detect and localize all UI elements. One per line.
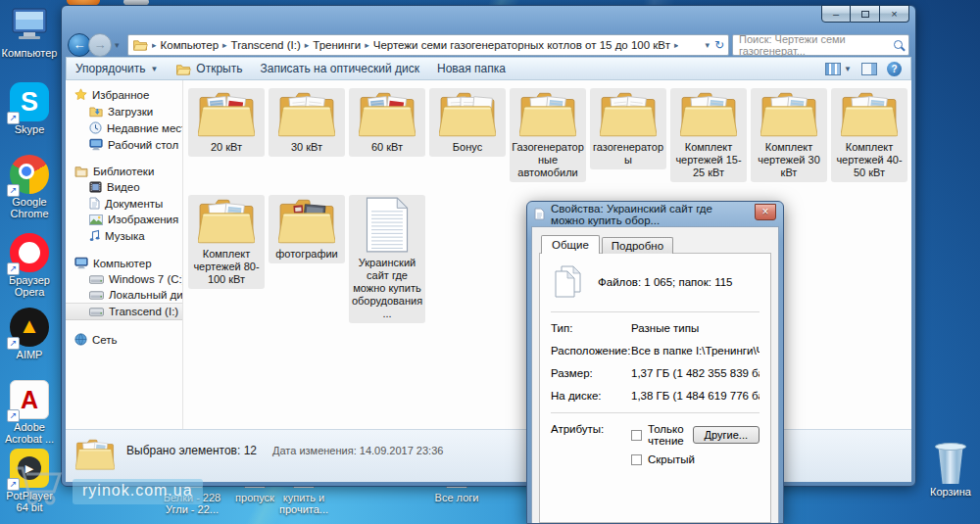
file-tile[interactable]: газогенераторы: [590, 88, 666, 169]
dialog-close-button[interactable]: ×: [755, 204, 776, 220]
sidebar-item-видео[interactable]: Видео: [66, 179, 182, 195]
shortcut-arrow-icon: ↗: [7, 337, 20, 350]
desktop-icon-aimp[interactable]: ▲↗AIMP: [1, 308, 58, 360]
preview-pane-icon[interactable]: [861, 63, 877, 75]
recent-icon: [89, 121, 102, 134]
sidebar-item-изображения[interactable]: Изображения: [66, 212, 182, 227]
sidebar-item-документы[interactable]: Документы: [66, 195, 182, 212]
separator: [551, 311, 760, 312]
modified-date: Дата изменения: 14.09.2017 23:36: [272, 438, 443, 456]
recycle-bin-label: Корзина: [919, 486, 980, 498]
desktop-item-label[interactable]: Все логи: [410, 492, 504, 503]
new-folder-button[interactable]: Новая папка: [428, 58, 514, 79]
folder-icon: [600, 90, 657, 141]
other-attributes-button[interactable]: Другие...: [693, 426, 760, 444]
file-tile[interactable]: 60 кВт: [349, 88, 425, 157]
open-button[interactable]: Открыть: [167, 58, 251, 79]
dialog-titlebar[interactable]: Свойства: Украинский сайт где можно купи…: [527, 202, 783, 226]
file-tile[interactable]: Комплект чертежей 40-50 кВт: [831, 88, 907, 182]
file-tile[interactable]: Газогенераторные автомобили: [510, 88, 586, 182]
desktop-icon-skype[interactable]: S↗Skype: [1, 82, 58, 135]
properties-rows: Тип:Разные типыРасположение:Все в папке …: [551, 322, 760, 402]
explorer-titlebar[interactable]: – ×: [62, 6, 915, 32]
search-icon: [894, 40, 903, 49]
recycle-bin-icon: [935, 443, 966, 451]
breadcrumb-separator-icon: ▸: [674, 40, 679, 50]
property-row: Расположение:Все в папке I:\Тренинги\Чер…: [551, 345, 760, 357]
sidebar-item-transcend-i-[interactable]: Transcend (I:): [66, 303, 182, 320]
selected-count: Выбрано элементов: 12: [126, 438, 257, 457]
folder-icon: [760, 90, 817, 141]
sidebar-group-star[interactable]: Избранное: [66, 86, 182, 103]
tab-general[interactable]: Общие: [541, 235, 600, 254]
file-tile[interactable]: Бонус: [429, 88, 506, 157]
address-dropdown-icon[interactable]: ▾: [705, 40, 710, 50]
attributes-label: Атрибуты:: [551, 423, 631, 472]
burn-button[interactable]: Записать на оптический диск: [251, 58, 428, 79]
separator: [551, 412, 760, 413]
general-tab-page: Файлов: 1 065; папок: 115 Тип:Разные тип…: [539, 253, 771, 523]
minimize-button[interactable]: –: [821, 5, 851, 23]
folder-icon: [841, 90, 898, 141]
acrobat-logo-icon: A↗: [10, 380, 49, 419]
music-icon: [89, 229, 100, 242]
pictures-icon: [89, 214, 103, 225]
desktop-icon-computer[interactable]: Компьютер: [1, 6, 58, 59]
checkbox-unchecked[interactable]: [631, 430, 642, 441]
sidebar-item-музыка[interactable]: Музыка: [66, 227, 182, 244]
window-controls: – ×: [821, 5, 909, 23]
property-row: На диске:1,38 ГБ (1 484 619 776 байт): [551, 390, 760, 402]
shortcut-arrow-icon: ↗: [7, 262, 20, 275]
file-tile[interactable]: 30 кВт: [269, 88, 345, 157]
organize-button[interactable]: Упорядочить▼: [67, 58, 167, 79]
history-dropdown-icon[interactable]: ▾: [115, 40, 124, 50]
breadcrumb-item[interactable]: Тренинги: [313, 39, 361, 51]
sidebar-item-windows-7-c-[interactable]: Windows 7 (C:): [66, 271, 182, 287]
breadcrumb-item[interactable]: Чертежи семи газогенераторных котлов от …: [373, 39, 670, 51]
desktop-icon-chrome[interactable]: ↗Google Chrome: [1, 155, 58, 219]
file-tile[interactable]: Комплект чертежей 30 кВт: [751, 88, 827, 182]
breadcrumb-separator-icon: ▸: [152, 40, 157, 50]
file-tile[interactable]: фотографии: [269, 195, 345, 263]
file-tile[interactable]: Комплект чертежей 80-100 кВт: [188, 195, 265, 289]
file-tile[interactable]: 20 кВт: [188, 88, 265, 157]
breadcrumb-item[interactable]: Transcend (I:): [231, 39, 301, 51]
sidebar-item-недавние-места[interactable]: Недавние места: [66, 119, 182, 136]
sidebar-item-загрузки[interactable]: Загрузки: [66, 103, 182, 119]
network-icon: [74, 333, 87, 346]
desktop-icon-acrobat[interactable]: A↗Adobe Acrobat ...: [1, 380, 58, 445]
tab-details[interactable]: Подробно: [602, 237, 673, 254]
chrome-logo-icon: ↗: [10, 155, 49, 194]
views-button[interactable]: ▼: [825, 63, 852, 75]
recycle-bin[interactable]: Корзина: [919, 443, 980, 498]
drive-icon: [89, 291, 104, 300]
sidebar-item-рабочий-стол[interactable]: Рабочий стол: [66, 136, 182, 153]
explorer-window: – × ← → ▾ ▸Компьютер▸Transcend (I:)▸Трен…: [61, 5, 916, 487]
desktop-icon-opera[interactable]: ↗Браузер Opera: [1, 233, 58, 298]
sidebar-group-libraries[interactable]: Библиотеки: [66, 164, 182, 179]
file-tile[interactable]: Украинский сайт где можно купить оборудо…: [349, 195, 425, 323]
sidebar-group-network[interactable]: Сеть: [66, 331, 182, 348]
close-button[interactable]: ×: [880, 5, 909, 23]
explorer-main: ИзбранноеЗагрузкиНедавние местаРабочий с…: [66, 80, 911, 429]
refresh-icon[interactable]: ↻: [714, 38, 724, 52]
navigation-pane: ИзбранноеЗагрузкиНедавние местаРабочий с…: [66, 80, 183, 429]
folder-icon: [439, 90, 496, 141]
address-bar[interactable]: ▸Компьютер▸Transcend (I:)▸Тренинги▸Черте…: [127, 34, 729, 56]
dialog-tabs: ОбщиеПодробно: [539, 234, 771, 253]
sidebar-group-computer[interactable]: Компьютер: [66, 255, 182, 271]
computer-icon: [74, 257, 88, 269]
site-watermark: ryinok.com.ua: [73, 479, 203, 504]
attributes-row: Атрибуты: Только чтениеДругие...Скрытый: [551, 423, 760, 472]
forward-button[interactable]: →: [88, 33, 112, 57]
help-icon[interactable]: ?: [887, 62, 902, 76]
file-tile[interactable]: Комплект чертежей 15-25 кВт: [670, 88, 747, 182]
folder-icon: [278, 197, 335, 248]
search-box[interactable]: Поиск: Чертежи семи газогенерат...: [732, 34, 909, 56]
checkbox-row: Скрытый: [631, 453, 760, 465]
desktop-item-label[interactable]: купить и прочита...: [257, 492, 351, 515]
maximize-button[interactable]: [851, 5, 880, 23]
sidebar-item-локальный-диск-d[interactable]: Локальный диск (D: [66, 287, 182, 303]
checkbox-unchecked[interactable]: [631, 454, 642, 465]
breadcrumb-item[interactable]: Компьютер: [161, 39, 220, 51]
